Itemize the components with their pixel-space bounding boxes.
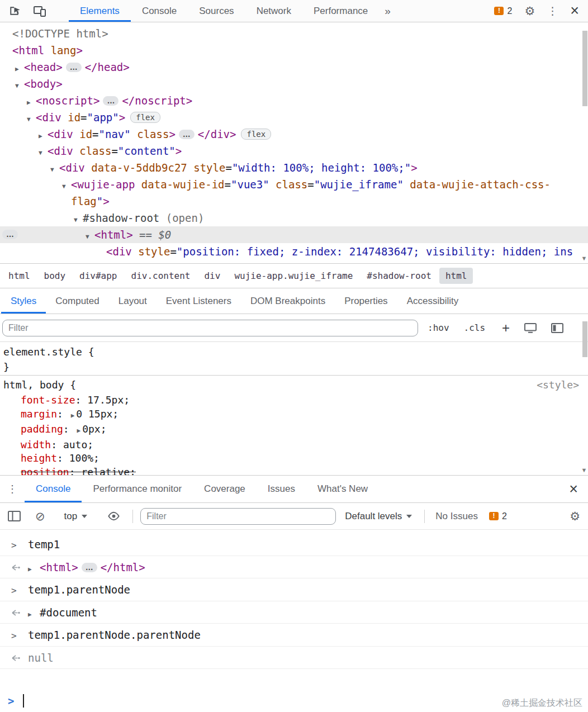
execution-context-dropdown[interactable]: top [64, 511, 88, 522]
dom-tree-node[interactable]: ▼<div class="content"> [0, 143, 588, 159]
inspect-element-icon[interactable] [8, 4, 21, 17]
tab-elements[interactable]: Elements [69, 0, 131, 22]
dom-tree-node[interactable]: <div style="position: fixed; z-index: 21… [0, 243, 588, 260]
console-filter-input[interactable] [140, 508, 336, 525]
drawer-close-button[interactable]: × [569, 476, 588, 502]
dom-tree-node[interactable]: <html lang> [0, 42, 588, 59]
issues-counter-button[interactable]: ! 2 [494, 6, 512, 16]
computed-styles-icon[interactable] [524, 323, 537, 333]
twisty-closed-icon[interactable]: ▶ [28, 558, 36, 579]
twisty-closed-icon[interactable]: ▶ [28, 604, 36, 624]
tab-console[interactable]: Console [131, 0, 188, 22]
twisty-closed-icon[interactable]: ▶ [27, 94, 36, 109]
console-issues-counter[interactable]: ! 2 [489, 511, 507, 521]
elements-scrollbar-thumb[interactable] [582, 31, 587, 106]
css-declaration[interactable]: padding: ▶0px; [3, 423, 588, 438]
clear-console-icon[interactable]: ⊘ [35, 510, 45, 522]
crumb-body[interactable]: body [38, 268, 72, 284]
settings-gear-icon[interactable]: ⚙ [524, 5, 535, 17]
console-output-row[interactable]: null [0, 647, 588, 670]
twisty-open-icon[interactable]: ▼ [62, 178, 71, 193]
dom-tree-node[interactable]: ▼<wujie-app data-wujie-id="vue3" class="… [0, 176, 588, 193]
element-style-section[interactable]: element.style { } [0, 342, 588, 376]
tab-properties[interactable]: Properties [335, 288, 397, 314]
css-declaration[interactable]: margin: ▶0 15px; [3, 407, 588, 423]
node-menu-button[interactable]: … [2, 230, 18, 239]
css-rule-origin-link[interactable]: <style> [537, 377, 588, 393]
styles-scroll-down-icon[interactable]: ▼ [581, 467, 587, 473]
more-tabs-button[interactable]: » [379, 0, 396, 22]
tab-coverage[interactable]: Coverage [193, 476, 257, 502]
dom-tree-node[interactable]: <!DOCTYPE html> [0, 25, 588, 42]
tab-console[interactable]: Console [25, 476, 82, 502]
css-declaration[interactable]: width: auto; [3, 438, 588, 452]
twisty-open-icon[interactable]: ▼ [27, 111, 36, 126]
expand-shorthand-icon[interactable]: ▶ [77, 427, 81, 434]
dom-tree-node[interactable]: ▶<div id="nav" class>…</div>flex [0, 126, 588, 143]
twisty-open-icon[interactable]: ▼ [74, 212, 83, 226]
styles-scrollbar-thumb[interactable] [582, 321, 587, 357]
dom-tree-node[interactable]: ▼<div data-v-5ddb9c27 style="width: 100%… [0, 159, 588, 176]
elements-scroll-down-icon[interactable]: ▼ [581, 255, 587, 262]
tab-accessibility[interactable]: Accessibility [397, 288, 468, 314]
console-prompt[interactable]: > [0, 690, 588, 712]
device-toolbar-icon[interactable] [33, 5, 46, 17]
log-levels-dropdown[interactable]: Default levels [345, 511, 412, 522]
twisty-open-icon[interactable]: ▼ [15, 78, 24, 92]
crumb-html[interactable]: html [2, 268, 36, 284]
flex-badge[interactable]: flex [241, 129, 271, 140]
css-rule-selector[interactable]: html, body { [3, 377, 76, 393]
css-declaration[interactable]: height: 100%; [3, 452, 588, 466]
crumb-div-content[interactable]: div.content [125, 268, 197, 284]
tab-computed[interactable]: Computed [46, 288, 108, 314]
console-input-row[interactable]: >temp1 [0, 533, 588, 556]
console-input-row[interactable]: >temp1.parentNode.parentNode [0, 624, 588, 647]
expand-inline-button[interactable]: … [103, 96, 118, 106]
crumb-wujie-app-wujie-iframe[interactable]: wujie-app.wujie_iframe [228, 268, 359, 284]
no-issues-button[interactable]: No Issues [435, 511, 478, 522]
dom-tree-node[interactable]: ▼<body> [0, 75, 588, 92]
dom-tree-node[interactable]: ▼<div id="app">flex [0, 109, 588, 126]
twisty-open-icon[interactable]: ▼ [39, 145, 48, 159]
toggle-pseudo-state-button[interactable]: :hov [428, 322, 449, 333]
css-declaration[interactable]: position: relative; [3, 466, 588, 476]
crumb-div-app[interactable]: div#app [73, 268, 123, 284]
close-devtools-icon[interactable]: × [570, 3, 579, 18]
console-output-row[interactable]: ▶#document [0, 601, 588, 624]
live-expression-eye-icon[interactable] [107, 511, 120, 521]
tab-styles[interactable]: Styles [1, 288, 46, 314]
tab-layout[interactable]: Layout [109, 288, 157, 314]
more-options-kebab-icon[interactable]: ⋮ [547, 4, 558, 17]
console-output-row[interactable]: ▶<html>…</html> [0, 556, 588, 579]
dom-tree-node[interactable]: ▼#shadow-root (open) [0, 210, 588, 226]
drawer-more-tools-kebab-icon[interactable]: ⋮ [0, 476, 25, 502]
console-settings-gear-icon[interactable]: ⚙ [570, 510, 580, 522]
dom-tree-node[interactable]: ▶<noscript>…</noscript> [0, 92, 588, 109]
console-sidebar-icon[interactable] [8, 511, 21, 521]
dom-tree-node[interactable]: ▶<head>…</head> [0, 59, 588, 75]
expand-shorthand-icon[interactable]: ▶ [71, 412, 75, 419]
toggle-sidebar-icon[interactable] [551, 323, 563, 333]
twisty-open-icon[interactable]: ▼ [86, 229, 94, 243]
crumb-div[interactable]: div [198, 268, 226, 284]
crumb-html[interactable]: html [439, 268, 473, 284]
console-input-row[interactable]: >temp1.parentNode [0, 578, 588, 601]
expand-inline-button[interactable]: … [179, 130, 195, 139]
tab-what-s-new[interactable]: What's New [306, 476, 379, 502]
styles-filter-input[interactable] [2, 320, 418, 336]
tab-network[interactable]: Network [245, 0, 302, 22]
crumb-shadow-root[interactable]: #shadow-root [361, 268, 438, 284]
toggle-class-button[interactable]: .cls [464, 322, 486, 333]
twisty-closed-icon[interactable]: ▶ [39, 128, 48, 143]
tab-performance-monitor[interactable]: Performance monitor [82, 476, 193, 502]
twisty-open-icon[interactable]: ▼ [50, 162, 59, 176]
expand-inline-button[interactable]: … [82, 563, 97, 572]
tab-performance[interactable]: Performance [302, 0, 379, 22]
tab-dom-breakpoints[interactable]: DOM Breakpoints [241, 288, 335, 314]
new-style-rule-button[interactable]: + [502, 321, 510, 335]
dom-tree-node[interactable]: …▼<html> == $0 [0, 226, 588, 243]
css-declaration[interactable]: font-size: 17.5px; [3, 393, 588, 407]
dom-tree-node[interactable]: flag"> [0, 193, 588, 210]
flex-badge[interactable]: flex [130, 112, 160, 123]
twisty-closed-icon[interactable]: ▶ [15, 61, 24, 75]
